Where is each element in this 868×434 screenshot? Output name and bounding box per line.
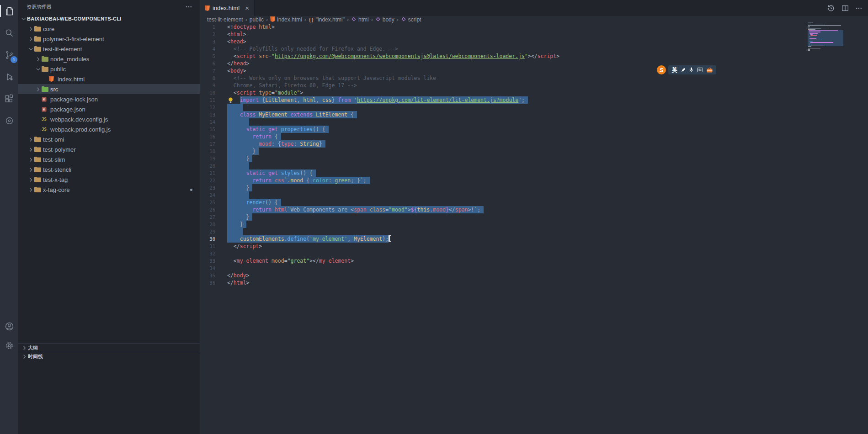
breadcrumb-item[interactable]: test-lit-element — [207, 16, 243, 23]
line-number[interactable]: 32 — [200, 250, 227, 257]
line-number[interactable]: 14 — [200, 118, 227, 126]
code-line[interactable]: 1<!doctype html> — [200, 23, 827, 31]
line-number[interactable]: 2 — [200, 31, 227, 38]
line-number[interactable]: 33 — [200, 257, 227, 265]
code-line[interactable]: 28 } — [200, 221, 827, 228]
chevron-right-icon[interactable] — [27, 146, 34, 153]
line-number[interactable]: 3 — [200, 38, 227, 45]
code-line[interactable]: 25 render() { — [200, 199, 827, 206]
code-line[interactable]: 32 — [200, 250, 827, 257]
close-icon[interactable]: × — [245, 5, 249, 11]
line-number[interactable]: 22 — [200, 177, 227, 184]
tree-folder-node_modules[interactable]: node_modules — [18, 54, 200, 64]
code-line[interactable]: 5 <script src="https://unpkg.com/@webcom… — [200, 53, 827, 60]
settings-icon[interactable] — [0, 336, 18, 355]
line-number[interactable]: 21 — [200, 169, 227, 177]
code-line[interactable]: 29 — [200, 228, 827, 235]
chevron-down-icon[interactable] — [27, 45, 34, 53]
line-number[interactable]: 8 — [200, 74, 227, 82]
line-number[interactable]: 24 — [200, 191, 227, 199]
tree-file-webpack.prod.config.js[interactable]: JSwebpack.prod.config.js — [18, 124, 200, 134]
code-line[interactable]: 3<head> — [200, 38, 827, 45]
code-line[interactable]: 31 </script> — [200, 243, 827, 250]
tree-folder-test-stencli[interactable]: test-stencli — [18, 164, 200, 175]
chevron-right-icon[interactable] — [27, 35, 34, 42]
line-number[interactable]: 34 — [200, 265, 227, 272]
breadcrumb-item[interactable]: index.html — [270, 16, 302, 23]
line-number[interactable]: 20 — [200, 162, 227, 169]
line-number[interactable]: 10 — [200, 89, 227, 96]
tree-folder-core[interactable]: core — [18, 24, 200, 34]
circle-tool-icon[interactable] — [0, 111, 18, 130]
line-number[interactable]: 29 — [200, 228, 227, 235]
chevron-right-icon[interactable] — [27, 186, 34, 193]
chevron-right-icon[interactable] — [27, 176, 34, 183]
code-line[interactable]: 23 } — [200, 184, 827, 191]
code-line[interactable]: 16 return { — [200, 133, 827, 140]
tab-index-html[interactable]: index.html × — [200, 0, 255, 16]
tree-file-package.json[interactable]: package.json — [18, 104, 200, 114]
line-number[interactable]: 11 — [200, 96, 227, 104]
tree-folder-test-x-tag[interactable]: test-x-tag — [18, 175, 200, 185]
chevron-right-icon[interactable] — [27, 166, 34, 173]
project-root-folder[interactable]: BAIXIAOBAI-WEB-COMPONENTS-CLI — [18, 14, 200, 24]
tree-folder-test-lit-element[interactable]: test-lit-element — [18, 44, 200, 54]
line-number[interactable]: 6 — [200, 60, 227, 67]
tree-folder-test-omi[interactable]: test-omi — [18, 134, 200, 144]
code-line[interactable]: 26 return html`Web Components are <span … — [200, 206, 827, 213]
breadcrumb-item[interactable]: html — [351, 16, 369, 23]
minimap[interactable] — [808, 22, 843, 51]
more-actions-icon[interactable] — [185, 3, 192, 11]
code-line[interactable]: 4 <!-- Polyfills only needed for Firefox… — [200, 45, 827, 53]
chevron-right-icon[interactable] — [27, 25, 34, 32]
code-line[interactable]: 18 } — [200, 148, 827, 155]
code-line[interactable]: 24 — [200, 191, 827, 199]
line-number[interactable]: 4 — [200, 45, 227, 53]
code-line[interactable]: 21 static get styles() { — [200, 169, 827, 177]
tree-folder-test-polymer[interactable]: test-polymer — [18, 144, 200, 154]
line-number[interactable]: 1 — [200, 23, 227, 31]
line-number[interactable]: 26 — [200, 206, 227, 213]
ime-mic-icon[interactable] — [689, 67, 693, 73]
breadcrumb-item[interactable]: script — [401, 16, 421, 23]
tree-folder-test-slim[interactable]: test-slim — [18, 154, 200, 164]
line-number[interactable]: 30 — [200, 235, 227, 243]
line-number[interactable]: 5 — [200, 53, 227, 60]
line-number[interactable]: 7 — [200, 67, 227, 74]
tree-file-webpack.dev.config.js[interactable]: JSwebpack.dev.config.js — [18, 114, 200, 124]
line-number[interactable]: 19 — [200, 155, 227, 162]
code-line[interactable]: 12 — [200, 104, 827, 111]
line-number[interactable]: 25 — [200, 199, 227, 206]
chevron-right-icon[interactable] — [27, 156, 34, 163]
line-number[interactable]: 15 — [200, 126, 227, 133]
code-line[interactable]: 35</body> — [200, 272, 827, 279]
code-line[interactable]: 22 return css`.mood { color: green; }`; — [200, 177, 827, 184]
code-line[interactable]: 15 static get properties() { — [200, 126, 827, 133]
code-line[interactable]: 2<html> — [200, 31, 827, 38]
ime-logo[interactable]: S — [657, 65, 666, 74]
line-number[interactable]: 35 — [200, 272, 227, 279]
ime-toolbox-icon[interactable] — [707, 68, 713, 73]
ime-pen-icon[interactable] — [681, 68, 686, 72]
tree-file-package-lock.json[interactable]: package-lock.json — [18, 94, 200, 104]
extensions-icon[interactable] — [0, 90, 18, 108]
tree-folder-polymer-3-first-element[interactable]: polymer-3-first-element — [18, 34, 200, 44]
code-line[interactable]: 17 mood: {type: String} — [200, 140, 827, 148]
code-line[interactable]: 27 } — [200, 213, 827, 221]
more-icon[interactable] — [855, 5, 863, 12]
chevron-right-icon[interactable] — [35, 55, 42, 63]
code-line[interactable]: 36</html> — [200, 279, 827, 286]
split-icon[interactable] — [841, 4, 849, 12]
code-line[interactable]: 8 <!-- Works only on browsers that suppo… — [200, 74, 827, 82]
ime-keyboard-icon[interactable] — [697, 68, 703, 72]
code-line[interactable]: 13 class MyElement extends LitElement { — [200, 111, 827, 118]
code-line[interactable]: 11 import {LitElement, html, css} from '… — [200, 96, 827, 104]
chevron-down-icon[interactable] — [20, 15, 27, 22]
chevron-down-icon[interactable] — [35, 65, 42, 73]
tree-folder-src[interactable]: src — [18, 84, 200, 94]
code-line[interactable]: 9 Chrome, Safari, Firefox 60, Edge 17 --… — [200, 82, 827, 89]
line-number[interactable]: 27 — [200, 213, 227, 221]
code-line[interactable]: 33 <my-element mood="great"></my-element… — [200, 257, 827, 265]
tree-file-index.html[interactable]: index.html — [18, 74, 200, 84]
run-debug-icon[interactable] — [0, 68, 18, 86]
